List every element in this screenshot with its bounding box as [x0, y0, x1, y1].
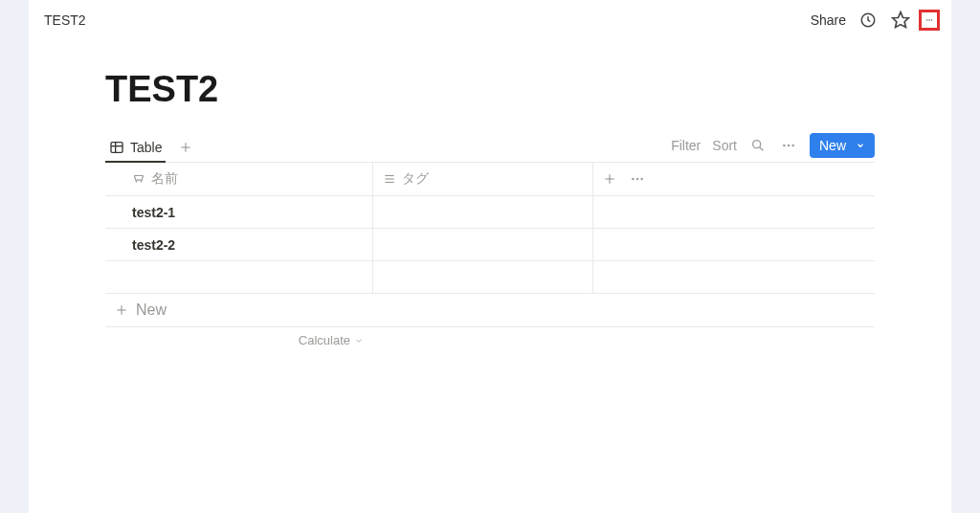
- tab-table[interactable]: Table: [105, 134, 166, 163]
- favorite-star-icon[interactable]: [890, 10, 911, 31]
- cell-extra[interactable]: [593, 229, 875, 261]
- filter-button[interactable]: Filter: [671, 138, 701, 153]
- column-name-label: 名前: [151, 170, 178, 188]
- cell-tags[interactable]: [373, 229, 593, 261]
- new-row-label: New: [136, 301, 167, 319]
- column-tags-label: タグ: [402, 170, 429, 188]
- column-header-name[interactable]: 名前: [105, 163, 373, 196]
- cell-extra[interactable]: [593, 261, 875, 294]
- add-column-button[interactable]: [603, 172, 616, 186]
- svg-point-13: [788, 145, 790, 146]
- more-options-icon[interactable]: [919, 10, 940, 31]
- add-view-button[interactable]: [173, 135, 198, 160]
- svg-point-21: [636, 178, 638, 180]
- plus-icon: [115, 303, 128, 317]
- new-button-label: New: [819, 138, 846, 153]
- tab-table-label: Table: [130, 140, 162, 155]
- breadcrumb[interactable]: TEST2: [44, 12, 86, 28]
- multiselect-property-icon: [383, 172, 396, 186]
- page-title[interactable]: TEST2: [105, 69, 875, 110]
- share-button[interactable]: Share: [811, 12, 846, 28]
- topbar: TEST2 Share: [29, 0, 951, 40]
- chevron-down-icon: [856, 141, 865, 150]
- text-property-icon: [132, 172, 145, 186]
- svg-point-14: [791, 145, 793, 146]
- svg-point-10: [753, 141, 761, 148]
- svg-point-22: [640, 178, 642, 180]
- view-tabs: Table: [105, 134, 198, 162]
- cell-name[interactable]: test2-2: [105, 229, 373, 261]
- updates-icon[interactable]: [858, 10, 879, 31]
- view-more-icon[interactable]: [779, 136, 798, 155]
- calculate-button[interactable]: Calculate: [105, 333, 373, 347]
- svg-marker-1: [893, 12, 909, 28]
- new-row-button[interactable]: New: [105, 294, 875, 327]
- search-icon[interactable]: [748, 136, 768, 155]
- svg-point-2: [926, 19, 927, 20]
- topbar-right: Share: [811, 10, 936, 31]
- content-area: TEST2 Table Filter Sort: [29, 40, 951, 353]
- page-container: TEST2 Share TEST2 Table: [29, 0, 951, 513]
- cell-tags[interactable]: [373, 196, 593, 229]
- chevron-down-icon: [354, 336, 364, 346]
- cell-name[interactable]: [105, 261, 373, 294]
- svg-point-3: [928, 19, 929, 20]
- view-bar: Table Filter Sort New: [105, 133, 875, 163]
- calculate-label: Calculate: [299, 333, 350, 347]
- column-more-icon[interactable]: [630, 171, 645, 187]
- table-icon: [109, 140, 124, 155]
- cell-extra[interactable]: [593, 196, 875, 229]
- svg-line-11: [760, 147, 764, 151]
- cell-name[interactable]: test2-1: [105, 196, 373, 229]
- view-controls: Filter Sort New: [671, 133, 875, 162]
- calculate-row: Calculate: [105, 327, 875, 353]
- svg-point-20: [632, 178, 634, 180]
- column-header-add: [593, 163, 875, 196]
- svg-rect-5: [111, 142, 122, 152]
- database-table: 名前 タグ test: [105, 163, 875, 294]
- svg-point-4: [931, 19, 932, 20]
- cell-tags[interactable]: [373, 261, 593, 294]
- new-button[interactable]: New: [810, 133, 875, 158]
- svg-point-12: [783, 145, 785, 146]
- sort-button[interactable]: Sort: [712, 138, 737, 153]
- column-header-tags[interactable]: タグ: [373, 163, 593, 196]
